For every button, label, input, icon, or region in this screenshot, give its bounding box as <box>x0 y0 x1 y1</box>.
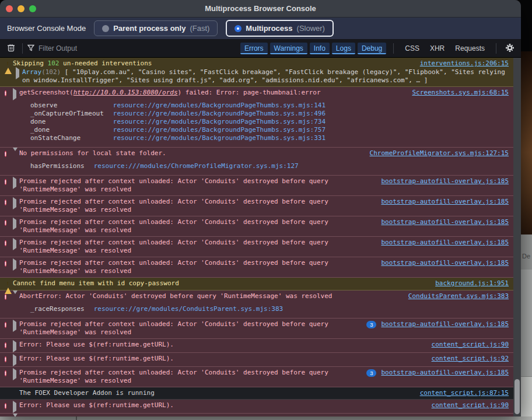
console-message: The FOEX Developer Addon is runningconte… <box>0 387 513 400</box>
source-location-link[interactable]: bootstrap-autofill-overlay.js:185 <box>381 320 509 328</box>
source-location-link[interactable]: background.js:1:951 <box>435 279 509 288</box>
source-location-link[interactable]: content_script.js:92 <box>432 415 509 416</box>
error-icon: ! <box>5 355 13 363</box>
minimize-button[interactable] <box>18 5 24 12</box>
expand-arrow-icon[interactable] <box>13 179 19 187</box>
message-segment: Error: Please use $(ref:runtime.getURL). <box>19 355 174 362</box>
filter-errors-button[interactable]: Errors <box>240 43 268 54</box>
console-output: Skipping 102 un-needed interventionsinte… <box>0 58 513 416</box>
console-output-area: Skipping 102 un-needed interventionsinte… <box>0 58 521 416</box>
stack-frame: doneresource://gre/modules/BackgroundPag… <box>30 118 326 126</box>
filter-requests-button[interactable]: Requests <box>451 43 489 54</box>
expand-arrow-icon[interactable] <box>13 200 19 208</box>
source-location-link[interactable]: bootstrap-autofill-overlay.js:185 <box>381 239 509 247</box>
expand-arrow-icon[interactable] <box>13 261 19 269</box>
expand-arrow-icon[interactable] <box>13 356 19 365</box>
toolbar-separator <box>22 43 23 54</box>
mode-option-parent-process[interactable]: Parent process only (Fast) <box>94 20 218 36</box>
expand-arrow-icon[interactable] <box>13 342 19 351</box>
source-location-link[interactable]: Screenshots.sys.mjs:68:15 <box>412 89 509 97</box>
source-location-link[interactable]: bootstrap-autofill-overlay.js:185 <box>381 218 509 226</box>
expand-arrow-icon[interactable] <box>13 322 19 330</box>
stack-frame: _doneresource://gre/modules/BackgroundPa… <box>30 126 326 134</box>
message-text: Promise rejected after context unloaded:… <box>19 239 381 255</box>
collapse-arrow-icon[interactable] <box>13 151 19 159</box>
gear-icon <box>505 43 514 54</box>
source-location-link[interactable]: bootstrap-autofill-overlay.js:185 <box>381 177 509 186</box>
message-text: Cannot find menu item with id copy-passw… <box>13 279 435 288</box>
error-icon: ! <box>5 239 13 247</box>
background-window-bottom-strip <box>0 416 532 420</box>
stack-frame: hasPermissionsresource:///modules/Chrome… <box>30 162 299 170</box>
message-segment: 102 <box>48 60 60 67</box>
source-location-link[interactable]: bootstrap-autofill-overlay.js:185 <box>381 198 509 206</box>
funnel-icon <box>27 44 34 53</box>
console-message: !Promise rejected after context unloaded… <box>0 318 513 339</box>
expand-arrow-icon[interactable] <box>13 403 19 411</box>
source-location-link[interactable]: content_script.js:92 <box>432 355 509 363</box>
console-message: !Error: Please use $(ref:runtime.getURL)… <box>0 353 513 367</box>
source-location-link[interactable]: content_script.js:90 <box>432 341 509 349</box>
scrollbar-thumb[interactable] <box>514 379 520 414</box>
filter-info-button[interactable]: Info <box>310 43 330 54</box>
filter-xhr-button[interactable]: XHR <box>426 43 449 54</box>
source-location-link[interactable]: bootstrap-autofill-overlay.js:185 <box>381 259 509 267</box>
stack-function-name: hasPermissions <box>30 162 94 170</box>
message-url-link[interactable]: http://10.0.0.153:8080/ords <box>74 89 178 96</box>
source-location-link[interactable]: content_script.js:90 <box>432 401 509 410</box>
filter-buttons: Errors Warnings Info Logs Debug CSS XHR … <box>240 42 516 55</box>
mode-bar-label: Browser Console Mode <box>7 24 86 33</box>
source-location-link[interactable]: ChromeProfileMigrator.sys.mjs:127:15 <box>370 149 509 158</box>
error-icon: ! <box>5 240 6 246</box>
expand-arrow-icon[interactable] <box>13 240 19 249</box>
message-segment: un-needed interventions <box>59 60 152 67</box>
console-toolbar: Filter Output Errors Warnings Info Logs … <box>0 40 521 58</box>
background-window-edge-line <box>76 416 77 420</box>
array-length: (102) <box>41 68 61 76</box>
collapse-arrow-icon[interactable] <box>13 294 19 302</box>
clear-console-button[interactable] <box>5 42 18 55</box>
filter-debug-button[interactable]: Debug <box>358 43 386 54</box>
toolbar-separator <box>496 43 496 54</box>
message-text: Promise rejected after context unloaded:… <box>19 259 381 275</box>
stack-source-link[interactable]: resource://gre/modules/BackgroundPageThu… <box>113 118 326 126</box>
console-message: !Error: Please use $(ref:runtime.getURL)… <box>0 400 513 414</box>
console-message: Cannot find menu item with id copy-passw… <box>0 278 513 290</box>
source-location-link[interactable]: interventions.js:206:15 <box>420 60 509 68</box>
expand-arrow-icon[interactable] <box>13 90 19 99</box>
console-message: !AbortError: Actor 'Conduits' destroyed … <box>0 290 513 318</box>
console-message: !Promise rejected after context unloaded… <box>0 367 513 387</box>
stack-source-link[interactable]: resource://gre/modules/BackgroundPageThu… <box>113 102 326 110</box>
message-segment: Promise rejected after context unloaded:… <box>19 320 328 336</box>
filter-logs-button[interactable]: Logs <box>332 43 355 54</box>
expand-arrow-icon[interactable] <box>16 69 22 78</box>
stack-source-link[interactable]: resource:///modules/ChromeProfileMigrato… <box>94 162 299 170</box>
source-location-link[interactable]: content_script.js:87:15 <box>420 389 509 397</box>
close-button[interactable] <box>6 5 13 12</box>
stack-source-link[interactable]: resource://gre/modules/BackgroundPageThu… <box>113 126 326 134</box>
scrollbar-track[interactable] <box>513 58 521 416</box>
console-message: !Promise rejected after context unloaded… <box>0 237 513 257</box>
message-text: Promise rejected after context unloaded:… <box>19 198 381 214</box>
mode-option-multiprocess[interactable]: Multiprocess (Slower) <box>226 20 334 37</box>
error-icon: ! <box>5 402 13 410</box>
filter-css-button[interactable]: CSS <box>401 43 424 54</box>
message-text: Promise rejected after context unloaded:… <box>19 369 366 385</box>
expand-arrow-icon[interactable] <box>13 220 19 228</box>
error-icon: ! <box>5 220 6 226</box>
message-segment: Promise rejected after context unloaded:… <box>19 259 328 275</box>
source-location-link[interactable]: ConduitsParent.sys.mjs:383 <box>408 292 509 300</box>
error-icon: ! <box>5 151 6 157</box>
stack-source-link[interactable]: resource://gre/modules/BackgroundPageThu… <box>113 134 326 142</box>
source-location-link[interactable]: bootstrap-autofill-overlay.js:185 <box>381 369 509 377</box>
zoom-button[interactable] <box>29 5 36 12</box>
filter-warnings-button[interactable]: Warnings <box>270 43 307 54</box>
repeat-count-badge: 3 <box>366 321 376 328</box>
message-text: Error: Please use $(ref:runtime.getURL). <box>19 401 432 410</box>
expand-arrow-icon[interactable] <box>13 370 19 379</box>
settings-button[interactable] <box>503 42 516 55</box>
filter-output-input[interactable]: Filter Output <box>27 44 240 53</box>
stack-source-link[interactable]: resource://gre/modules/ConduitsParent.sy… <box>94 305 284 313</box>
stack-source-link[interactable]: resource://gre/modules/BackgroundPageThu… <box>113 110 326 118</box>
radio-unselected-icon <box>102 25 109 32</box>
